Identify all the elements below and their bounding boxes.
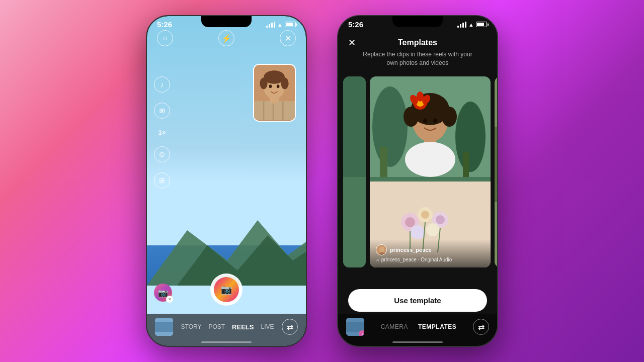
templates-subtitle: Replace the clips in these reels with yo…: [348, 50, 487, 67]
gallery-thumbnail-2[interactable]: +: [346, 318, 364, 336]
svg-point-31: [417, 92, 424, 102]
status-icons-phone2: ▲: [457, 22, 487, 28]
nav-item-camera[interactable]: CAMERA: [381, 323, 408, 330]
audio-row: ♫ princess_peace · Original Audio: [376, 257, 485, 262]
nav-item-templates[interactable]: TEMPLATES: [418, 323, 456, 330]
home-indicator: [201, 341, 252, 343]
selfie-face: [254, 65, 295, 121]
gallery-button[interactable]: 📷 ✕: [154, 284, 172, 302]
svg-point-26: [442, 107, 457, 127]
signal-icon-2: [457, 22, 466, 28]
template-card-main[interactable]: princess_peace ♫ princess_peace · Origin…: [370, 76, 491, 267]
camera-top-bar: ○ ⚡ ✕: [147, 30, 306, 46]
svg-rect-52: [495, 127, 497, 202]
notch-2: [392, 16, 443, 27]
svg-rect-21: [380, 147, 387, 177]
battery-icon: [285, 22, 296, 27]
svg-point-12: [269, 84, 272, 88]
flip-camera-button[interactable]: ⇄: [282, 319, 298, 335]
bottom-nav-items: STORY POST REELS LIVE: [181, 323, 274, 331]
selfie-preview[interactable]: [253, 64, 296, 122]
notch: [201, 16, 252, 27]
home-indicator-2: [392, 341, 443, 343]
shutter-button[interactable]: 📷: [210, 274, 243, 306]
svg-point-40: [421, 211, 429, 219]
creator-info: princess_peace ♫ princess_peace · Origin…: [370, 239, 491, 267]
templates-close-button[interactable]: ✕: [348, 37, 356, 48]
add-badge: +: [359, 330, 364, 336]
phone-1-camera: 5:26 ▲ ○ ⚡ ✕: [146, 15, 307, 347]
wifi-icon-2: ▲: [468, 22, 474, 28]
svg-point-10: [260, 77, 267, 89]
template-person-illustration: [370, 76, 491, 177]
template-scroll-area[interactable]: princess_peace ♫ princess_peace · Origin…: [338, 76, 497, 291]
signal-icon: [266, 22, 275, 28]
flip-button-2[interactable]: ⇄: [473, 319, 489, 335]
svg-point-35: [405, 142, 455, 177]
creator-avatar: [376, 244, 387, 255]
bolt-icon[interactable]: ⚡: [218, 30, 234, 46]
nav-item-story[interactable]: STORY: [181, 323, 202, 330]
close-icon[interactable]: ✕: [280, 30, 296, 46]
creator-username: princess_peace: [390, 247, 432, 253]
audio-icon: ♫: [376, 257, 379, 262]
ring-icon[interactable]: ○: [157, 30, 173, 46]
music-tool-icon[interactable]: ♪: [154, 76, 170, 93]
shutter-inner: 📷: [214, 277, 239, 302]
layout-tool-icon[interactable]: ⊞: [154, 172, 170, 189]
countdown-tool-icon[interactable]: ⊙: [154, 146, 170, 162]
audio-text: princess_peace · Original Audio: [381, 257, 452, 262]
avatar-image: [376, 245, 387, 255]
svg-point-20: [455, 102, 486, 172]
svg-point-43: [411, 225, 425, 239]
svg-point-33: [433, 119, 437, 123]
gallery-thumb-image: [155, 318, 173, 336]
nav-item-reels[interactable]: REELS: [232, 323, 254, 331]
use-template-button[interactable]: Use template: [348, 289, 487, 312]
templates-title: Templates: [398, 38, 437, 47]
svg-point-38: [405, 217, 415, 227]
svg-point-11: [281, 77, 288, 89]
templates-nav-items: CAMERA TEMPLATES: [381, 323, 457, 330]
gallery-icon[interactable]: 📷 ✕: [154, 284, 172, 302]
svg-point-42: [436, 215, 445, 224]
svg-rect-22: [463, 152, 469, 177]
svg-rect-15: [155, 322, 173, 332]
templates-header: ✕ Templates Replace the clips in these r…: [338, 30, 497, 67]
template-card-right[interactable]: [495, 76, 497, 291]
phone-2-templates: 5:26 ▲ ✕ Templates Replace the clips in …: [337, 15, 498, 347]
svg-point-49: [379, 246, 384, 252]
svg-point-44: [426, 223, 439, 236]
status-icons-phone1: ▲: [266, 22, 296, 28]
svg-rect-3: [254, 101, 295, 120]
wifi-icon: ▲: [277, 22, 283, 28]
svg-point-25: [404, 107, 419, 127]
left-card-image: [343, 76, 366, 267]
template-card-left[interactable]: [343, 76, 366, 291]
templates-title-row: ✕ Templates: [348, 38, 487, 47]
time-phone2: 5:26: [348, 20, 363, 29]
timer30-tool-icon[interactable]: 30: [154, 103, 170, 119]
nav-item-post[interactable]: POST: [208, 323, 225, 330]
svg-point-19: [372, 86, 408, 167]
selfie-illustration: [254, 64, 295, 122]
svg-rect-17: [343, 76, 366, 177]
gallery-badge: ✕: [166, 296, 173, 303]
svg-point-13: [277, 84, 280, 88]
svg-point-32: [423, 119, 427, 123]
creator-row: princess_peace: [376, 244, 485, 255]
gallery-thumbnail[interactable]: [155, 318, 173, 336]
time-phone1: 5:26: [157, 20, 172, 29]
speed-tool[interactable]: 1×: [154, 129, 170, 136]
battery-icon-2: [476, 22, 487, 27]
nav-item-live[interactable]: LIVE: [261, 323, 274, 330]
camera-tools: ♪ 30 1× ⊙ ⊞: [154, 76, 170, 189]
right-card-image: [495, 76, 497, 267]
